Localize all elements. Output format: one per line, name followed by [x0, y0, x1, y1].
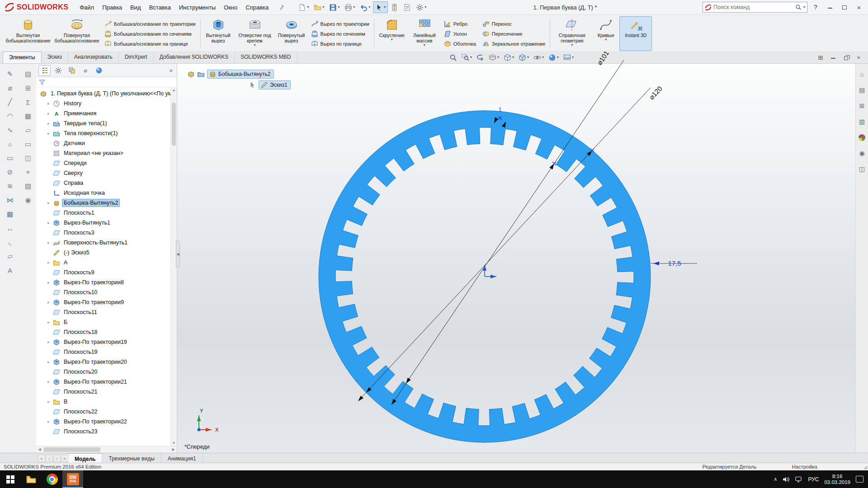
design-library-icon[interactable]: ▤: [857, 85, 868, 95]
tree-item-22[interactable]: ▸Б: [37, 317, 170, 327]
undo-button[interactable]: ▾: [358, 1, 373, 13]
pin-menu-icon[interactable]: [276, 2, 286, 12]
ribbon-button-loft[interactable]: Бобышка/основание по сечениям: [104, 29, 196, 38]
zoom-fit-button[interactable]: [448, 52, 459, 63]
tab-scroll-icon-0[interactable]: «: [38, 455, 45, 462]
help-button[interactable]: ?: [810, 3, 821, 12]
taskbar-solidworks-2016-button[interactable]: SW2016: [62, 470, 83, 488]
sketch-fillet-icon[interactable]: ◟: [5, 237, 15, 247]
expand-arrow-icon[interactable]: ▸: [46, 201, 51, 205]
dropdown-caret-icon[interactable]: ▾: [424, 43, 425, 47]
dropdown-caret-icon[interactable]: ▾: [338, 5, 340, 9]
scroll-left-icon[interactable]: ◀: [36, 446, 43, 453]
circle-tool-icon[interactable]: ○: [5, 139, 15, 149]
customize-label[interactable]: Настройка: [792, 464, 817, 469]
breadcrumb-sketch-chip[interactable]: Эскиз1: [259, 80, 291, 89]
rebuild-button[interactable]: [388, 1, 401, 13]
expand-arrow-icon[interactable]: ▸: [46, 399, 51, 404]
ribbon-button-instant3d[interactable]: 3DInstant 3D: [619, 16, 652, 51]
search-icon[interactable]: [795, 4, 802, 10]
ribbon-button-move[interactable]: Перенос: [482, 19, 546, 28]
tree-item-9[interactable]: Исходная точка: [37, 188, 170, 198]
command-tab-0[interactable]: Элементы: [3, 52, 42, 63]
tree-item-21[interactable]: Плоскость11: [37, 307, 170, 317]
right-plane-icon[interactable]: ◫: [23, 153, 33, 163]
scrollbar-thumb[interactable]: [172, 103, 176, 146]
file-explorer-pane-icon[interactable]: ⊞: [857, 101, 868, 111]
dropdown-caret-icon[interactable]: ▾: [391, 38, 393, 42]
dropdown-caret-icon[interactable]: ▾: [254, 43, 256, 47]
tree-item-29[interactable]: Плоскость21: [37, 387, 170, 397]
configurationmanager-tab[interactable]: [66, 65, 78, 76]
breadcrumb-feature-chip[interactable]: Бобышка-Вытянуть2: [207, 70, 274, 79]
menu-item-6[interactable]: Справка: [241, 2, 273, 13]
display-style-button[interactable]: ▾: [517, 52, 531, 63]
menu-item-1[interactable]: Правка: [98, 2, 126, 13]
ribbon-button-pattern[interactable]: Линейный массив▾: [408, 16, 441, 51]
edit-appearance-button[interactable]: ▾: [547, 52, 561, 63]
ribbon-button-boss[interactable]: Вытянутая бобышка/основание: [4, 16, 52, 51]
expand-arrow-icon[interactable]: ▸: [46, 360, 51, 364]
tree-item-5[interactable]: Материал <не указан>: [37, 148, 170, 158]
origin-display-icon[interactable]: ⌖: [23, 167, 33, 177]
tree-item-17[interactable]: Плоскость9: [37, 267, 170, 277]
tree-item-30[interactable]: ▸В: [37, 397, 170, 407]
command-tab-4[interactable]: Добавления SOLIDWORKS: [154, 52, 235, 63]
taskbar-start-button[interactable]: [0, 470, 21, 488]
dimxpertmanager-tab[interactable]: ⌀: [79, 65, 91, 76]
ribbon-button-refgeo[interactable]: Справочная геометрия▾: [552, 16, 592, 51]
scenes-icon[interactable]: ◉: [857, 148, 868, 158]
offset-entities-icon[interactable]: ≋: [5, 181, 15, 191]
maximize-button[interactable]: [837, 2, 852, 13]
hide-show-items-button[interactable]: ▾: [532, 52, 546, 63]
dropdown-caret-icon[interactable]: ▾: [425, 5, 426, 9]
featuremanager-tree-tab[interactable]: [38, 65, 51, 76]
open-button[interactable]: ▾: [311, 1, 326, 13]
tab-scroll-icon-1[interactable]: ‹: [46, 455, 53, 462]
dropdown-caret-icon[interactable]: ▾: [384, 5, 386, 9]
ribbon-button-cutrev[interactable]: Повернутый вырез: [275, 16, 308, 51]
ribbon-button-intersect[interactable]: Пересечение: [482, 29, 546, 38]
design-binder-icon[interactable]: ▤: [23, 69, 33, 79]
dropdown-caret-icon[interactable]: ▾: [353, 5, 355, 9]
ribbon-button-curves[interactable]: Кривые▾: [592, 16, 619, 51]
close-button[interactable]: ×: [852, 2, 866, 13]
expand-arrow-icon[interactable]: ▸: [46, 121, 51, 126]
dropdown-caret-icon[interactable]: ▾: [497, 56, 499, 59]
view-palette-icon[interactable]: ▥: [857, 117, 868, 127]
language-indicator[interactable]: РУС: [808, 476, 819, 483]
print-button[interactable]: ▾: [342, 1, 357, 13]
tree-item-14[interactable]: ▸Поверхность-Вытянуть1: [37, 238, 170, 248]
menu-item-3[interactable]: Вставка: [145, 2, 175, 13]
scrollbar-track[interactable]: [43, 447, 170, 452]
dropdown-caret-icon[interactable]: ▾: [322, 5, 324, 9]
new-window-button[interactable]: ⊞: [815, 52, 826, 62]
expand-arrow-icon[interactable]: ▸: [46, 419, 51, 424]
expand-arrow-icon[interactable]: ▸: [46, 111, 51, 116]
expand-arrow-icon[interactable]: ▸: [46, 280, 51, 285]
tree-item-13[interactable]: Плоскость3: [37, 228, 170, 238]
ribbon-button-fillet[interactable]: Скругление▾: [376, 16, 408, 51]
tree-item-6[interactable]: Спереди: [37, 158, 170, 168]
rectangle-tool-icon[interactable]: ▭: [5, 153, 15, 163]
tree-item-3[interactable]: ▸Тела поверхности(1): [37, 128, 170, 138]
camera-view-icon[interactable]: ◉: [23, 195, 33, 205]
dropdown-caret-icon[interactable]: ▾: [605, 38, 607, 42]
tree-item-19[interactable]: Плоскость10: [37, 287, 170, 297]
dropdown-caret-icon[interactable]: ▾: [542, 56, 544, 59]
minimize-document-button[interactable]: [827, 52, 839, 62]
tray-expand-icon[interactable]: ∧: [774, 476, 777, 482]
panel-collapse-handle[interactable]: ◀: [176, 241, 180, 267]
line-tool-icon[interactable]: ╱: [5, 97, 15, 107]
expand-arrow-icon[interactable]: ▸: [46, 131, 51, 136]
arc-tool-icon[interactable]: ◠: [5, 111, 15, 121]
panel-flyout-icon[interactable]: »: [168, 67, 175, 74]
scroll-up-icon[interactable]: ▲: [171, 87, 177, 93]
new-document-button[interactable]: ▾: [296, 1, 311, 13]
ribbon-button-shell[interactable]: Оболочка: [444, 39, 476, 48]
ribbon-button-cutext[interactable]: Вытянутый вырез: [202, 16, 235, 51]
scrollbar-thumb[interactable]: [43, 447, 100, 452]
document-tab-2[interactable]: Анимация1: [161, 453, 203, 463]
expand-arrow-icon[interactable]: ▸: [46, 380, 51, 384]
move-entities-icon[interactable]: ↔: [5, 223, 15, 233]
